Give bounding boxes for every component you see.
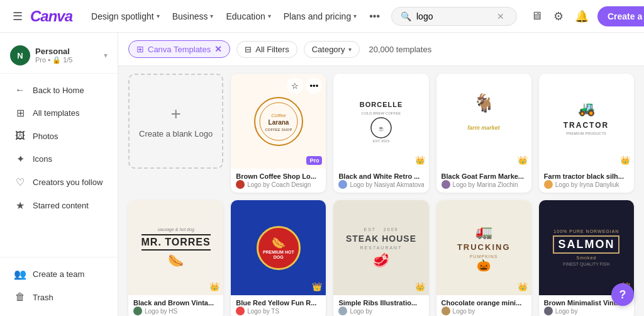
- goat-logo-svg: 🐐 farm market: [455, 93, 512, 150]
- sidebar-item-back-home[interactable]: ← Back to Home: [4, 79, 114, 101]
- all-filters-button[interactable]: ⊟ All Filters: [236, 41, 297, 58]
- card-subtitle: Logo by Iryna Danyliuk: [544, 180, 629, 189]
- card-title: Simple Ribs Illustratio...: [338, 299, 423, 307]
- chevron-down-icon: ▾: [348, 46, 352, 53]
- creator-avatar: [338, 180, 347, 189]
- remove-filter-icon[interactable]: ✕: [214, 44, 222, 54]
- crown-badge: 👑: [518, 155, 528, 165]
- creator-avatar: [236, 307, 245, 315]
- sidebar-item-photos[interactable]: 🖼 Photos: [4, 125, 114, 147]
- creator-avatar: [544, 307, 553, 315]
- card-subtitle: Logo by Nasiyat Akmatova: [338, 180, 423, 189]
- crown-badge: 👑: [415, 282, 425, 291]
- create-blank-card[interactable]: + Create a blank Logo: [128, 74, 223, 193]
- crown-badge: 👑: [518, 282, 528, 291]
- card-footer: Blue Red Yellow Fun R... Logo by TS: [231, 295, 326, 316]
- svg-text:PREMIUM PRODUCTS: PREMIUM PRODUCTS: [567, 132, 607, 135]
- star-action-button[interactable]: ☆: [287, 77, 303, 94]
- svg-text:Coffee: Coffee: [271, 113, 286, 118]
- create-design-button[interactable]: Create a design: [597, 6, 644, 26]
- creator-avatar: [133, 307, 142, 315]
- template-card-torres[interactable]: sausage & hot dog MR. TORRES 🌭 👑 Black a…: [128, 200, 223, 316]
- sidebar-item-icons[interactable]: ✦ Icons: [4, 147, 114, 171]
- card-subtitle: Logo by Coach Design: [236, 180, 321, 189]
- card-title: Black Goat Farm Marke...: [441, 172, 526, 180]
- card-actions: ☆ •••: [287, 77, 322, 94]
- svg-text:☕: ☕: [378, 125, 384, 132]
- help-button[interactable]: ?: [611, 283, 634, 306]
- template-card-goat[interactable]: 🐐 farm market 👑 Black Goat Farm Marke...…: [436, 74, 531, 193]
- chevron-down-icon: ▾: [353, 13, 357, 20]
- crown-badge: 👑: [620, 155, 630, 165]
- settings-icon[interactable]: ⚙: [550, 6, 567, 27]
- heart-icon: ♡: [14, 176, 26, 188]
- template-card-tractor[interactable]: 🚜 TRACTOR PREMIUM PRODUCTS 👑 Farm tracto…: [539, 74, 634, 193]
- sidebar: N Personal Pro • 🔒 1/5 ▾ ← Back to Home …: [0, 33, 118, 316]
- template-card-borcelle[interactable]: BORCELLE COLD BREW COFFEE ☕ EST 2023 👑 B…: [333, 74, 428, 193]
- top-navigation: ☰ Canva Design spotlight ▾ Business ▾ Ed…: [0, 0, 644, 33]
- nav-design-spotlight[interactable]: Design spotlight ▾: [85, 6, 166, 26]
- crown-badge: 👑: [312, 282, 322, 291]
- card-title: Chocolate orange mini...: [441, 299, 526, 307]
- template-card-steak[interactable]: EST 2009 STEAK HOUSE RESTAURANT 🥩 👑 Simp…: [333, 200, 428, 316]
- more-action-button[interactable]: •••: [306, 77, 322, 94]
- search-clear-icon[interactable]: ✕: [497, 11, 504, 21]
- svg-text:Larana: Larana: [268, 119, 289, 126]
- svg-text:farm market: farm market: [467, 125, 501, 131]
- arrow-left-icon: ←: [14, 84, 26, 96]
- photo-icon: 🖼: [14, 130, 26, 142]
- pro-badge: Pro: [306, 156, 322, 165]
- search-input[interactable]: [416, 11, 492, 21]
- card-footer: Farm tractor black silh... Logo by Iryna…: [539, 169, 634, 193]
- template-grid-area: + Create a blank Logo ☆ •••: [118, 66, 644, 316]
- trash-icon: 🗑: [14, 291, 26, 303]
- template-card-coffee[interactable]: ☆ ••• Coffee Larana COFFEE SHOP Pro: [231, 74, 326, 193]
- canva-logo[interactable]: Canva: [30, 8, 72, 25]
- sidebar-profile-info: Personal Pro • 🔒 1/5: [35, 47, 99, 64]
- sidebar-item-create-team[interactable]: 👥 Create a team: [4, 262, 114, 286]
- nav-business[interactable]: Business ▾: [166, 6, 220, 26]
- card-title: Black and Brown Vinta...: [133, 299, 218, 307]
- nav-icons: 🖥 ⚙ 🔔: [527, 6, 592, 27]
- card-subtitle: Logo by Marina Zlochin: [441, 180, 526, 189]
- sidebar-item-starred[interactable]: ★ Starred content: [4, 194, 114, 217]
- grid-icon: ⊞: [14, 107, 26, 119]
- card-title: Brown Coffee Shop Lo...: [236, 172, 321, 180]
- menu-icon[interactable]: ☰: [10, 7, 25, 26]
- sidebar-profile[interactable]: N Personal Pro • 🔒 1/5 ▾: [0, 40, 118, 74]
- sidebar-bottom: 👥 Create a team 🗑 Trash: [0, 257, 118, 308]
- star-icon: ★: [14, 200, 26, 212]
- svg-text:BORCELLE: BORCELLE: [360, 101, 403, 108]
- template-grid: + Create a blank Logo ☆ •••: [128, 74, 634, 316]
- nav-plans-pricing[interactable]: Plans and pricing ▾: [277, 6, 363, 26]
- monitor-icon[interactable]: 🖥: [527, 6, 546, 26]
- sidebar-avatar: N: [10, 45, 30, 65]
- creator-avatar: [236, 180, 245, 189]
- template-card-hotdog[interactable]: 🌭 PREMIUM HOT DOG 👑 Blue Red Yellow Fun …: [231, 200, 326, 316]
- svg-text:COLD BREW COFFEE: COLD BREW COFFEE: [362, 111, 401, 115]
- canva-templates-filter-chip[interactable]: ⊞ Canva Templates ✕: [128, 40, 230, 58]
- steak-logo-content: EST 2009 STEAK HOUSE RESTAURANT 🥩: [341, 222, 421, 274]
- notification-icon[interactable]: 🔔: [571, 6, 592, 27]
- search-icon: 🔍: [401, 11, 411, 21]
- nav-education[interactable]: Education ▾: [219, 6, 277, 26]
- more-options[interactable]: •••: [363, 6, 386, 27]
- sidebar-profile-meta: Pro • 🔒 1/5: [35, 56, 99, 64]
- creator-avatar: [441, 307, 450, 315]
- category-filter-button[interactable]: Category ▾: [304, 41, 360, 58]
- sidebar-item-all-templates[interactable]: ⊞ All templates: [4, 101, 114, 125]
- sidebar-item-creators-follow[interactable]: ♡ Creators you follow: [4, 171, 114, 194]
- card-footer: Chocolate orange mini... Logo by: [436, 295, 531, 316]
- sidebar-profile-name: Personal: [35, 47, 99, 56]
- content-area: ⊞ Canva Templates ✕ ⊟ All Filters Catego…: [118, 33, 644, 316]
- svg-text:COFFEE SHOP: COFFEE SHOP: [265, 128, 292, 132]
- create-blank-label: Create a blank Logo: [139, 129, 213, 138]
- template-card-trucking[interactable]: 🚛 TRUCKING PUMPKINS 🎃 👑 Chocolate orange…: [436, 200, 531, 316]
- card-subtitle: Logo by: [441, 307, 526, 315]
- crown-badge: 👑: [209, 282, 219, 291]
- crown-badge: 👑: [415, 155, 425, 165]
- card-subtitle: Logo by: [338, 307, 423, 315]
- chevron-down-icon: ▾: [104, 51, 108, 60]
- card-subtitle: Logo by HS: [133, 307, 218, 315]
- sidebar-item-trash[interactable]: 🗑 Trash: [4, 286, 114, 308]
